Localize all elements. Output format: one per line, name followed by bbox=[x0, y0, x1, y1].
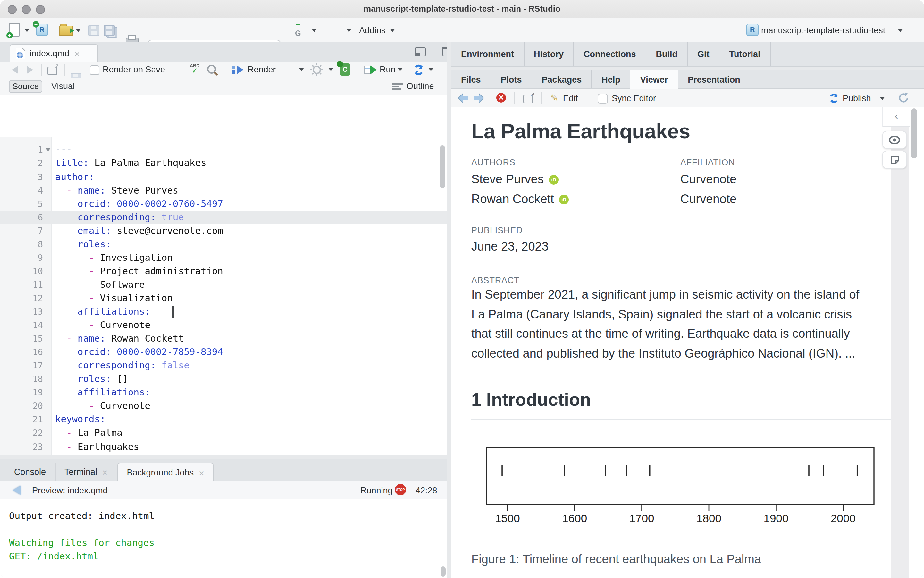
back-icon[interactable] bbox=[11, 66, 18, 74]
console-scrollbar[interactable] bbox=[441, 567, 446, 577]
open-file-icon[interactable] bbox=[59, 26, 73, 36]
settings-dropdown[interactable] bbox=[328, 68, 333, 71]
close-tab-icon[interactable]: × bbox=[75, 49, 80, 58]
tab-plots[interactable]: Plots bbox=[491, 70, 532, 88]
viewer-forward-icon[interactable] bbox=[473, 93, 484, 103]
code-line-21[interactable]: 21keywords: bbox=[0, 413, 447, 427]
tab-history[interactable]: History bbox=[524, 42, 574, 66]
source-script-icon[interactable] bbox=[413, 64, 425, 76]
code-line-13[interactable]: 13 affiliations: bbox=[0, 305, 447, 318]
code-line-18[interactable]: 18 roles: [] bbox=[0, 373, 447, 386]
stop-job-icon[interactable]: STOP bbox=[395, 484, 406, 495]
orcid-icon[interactable]: iD bbox=[549, 175, 558, 184]
code-line-4[interactable]: 4 - name: Steve Purves bbox=[0, 183, 447, 197]
fold-arrow-icon[interactable] bbox=[46, 148, 50, 151]
editor-tab-index-qmd[interactable]: index.qmd × bbox=[10, 44, 98, 62]
code-line-22[interactable]: 22 - La Palma bbox=[0, 427, 447, 440]
version-control-dropdown[interactable] bbox=[312, 29, 317, 32]
run-button[interactable]: Run bbox=[380, 65, 395, 74]
console-tab-console[interactable]: Console bbox=[5, 463, 55, 481]
render-dropdown[interactable] bbox=[299, 68, 304, 71]
source-dropdown[interactable] bbox=[428, 68, 433, 71]
close-tab-icon[interactable]: × bbox=[102, 467, 107, 477]
viewer-new-window-icon[interactable] bbox=[523, 95, 533, 103]
code-line-14[interactable]: 14 - Curvenote bbox=[0, 318, 447, 332]
insert-chunk-icon[interactable]: C + bbox=[340, 63, 350, 76]
collapse-panel-button[interactable]: ‹ bbox=[882, 107, 910, 127]
vertical-pane-divider[interactable] bbox=[447, 42, 451, 578]
viewer-clear-icon[interactable]: ✕ bbox=[496, 93, 506, 102]
viewer-edit-button[interactable]: Edit bbox=[563, 94, 578, 103]
new-project-icon[interactable]: R+ bbox=[36, 24, 48, 36]
code-line-23[interactable]: 23 - Earthquakes bbox=[0, 440, 447, 453]
code-line-19[interactable]: 19 affiliations: bbox=[0, 386, 447, 399]
comments-button[interactable] bbox=[882, 151, 907, 169]
code-line-7[interactable]: 7 email: steve@curvenote.com bbox=[0, 224, 447, 237]
code-line-9[interactable]: 9 - Investigation bbox=[0, 251, 447, 265]
tab-presentation[interactable]: Presentation bbox=[678, 70, 750, 88]
console-tab-background-jobs[interactable]: Background Jobs× bbox=[117, 463, 213, 482]
tab-viewer[interactable]: Viewer bbox=[631, 70, 678, 89]
tab-tutorial[interactable]: Tutorial bbox=[720, 42, 771, 66]
open-in-new-window-icon[interactable] bbox=[47, 67, 57, 75]
settings-gear-icon[interactable] bbox=[310, 63, 323, 76]
panes-dropdown[interactable] bbox=[346, 29, 351, 32]
project-menu[interactable]: manuscript-template-rstudio-test bbox=[761, 26, 885, 35]
publish-button[interactable]: Publish bbox=[843, 94, 871, 103]
render-on-save-checkbox[interactable] bbox=[90, 65, 99, 75]
code-line-17[interactable]: 17 corresponding: false bbox=[0, 359, 447, 372]
close-tab-icon[interactable]: × bbox=[199, 468, 204, 478]
sync-editor-checkbox[interactable] bbox=[598, 94, 608, 104]
refresh-icon[interactable] bbox=[898, 92, 909, 104]
editor-scrollbar[interactable] bbox=[440, 146, 445, 188]
tab-packages[interactable]: Packages bbox=[532, 70, 592, 88]
code-line-6[interactable]: 6 corresponding: true bbox=[0, 211, 447, 224]
new-file-dropdown[interactable] bbox=[24, 29, 29, 32]
tab-help[interactable]: Help bbox=[592, 70, 631, 88]
tab-git[interactable]: Git bbox=[688, 42, 720, 66]
code-editor[interactable]: 1---2title: La Palma Earthquakes3author:… bbox=[0, 137, 447, 486]
source-mode-button[interactable]: Source bbox=[9, 80, 42, 93]
code-line-1[interactable]: 1--- bbox=[0, 143, 447, 157]
jobs-back-icon[interactable] bbox=[13, 486, 21, 495]
editor-tabstrip: index.qmd × bbox=[0, 42, 447, 62]
highlights-button[interactable] bbox=[882, 131, 907, 149]
publish-dropdown[interactable] bbox=[880, 97, 885, 100]
version-control-icon[interactable]: +−G bbox=[295, 23, 301, 36]
code-line-11[interactable]: 11 - Software bbox=[0, 278, 447, 292]
code-line-16[interactable]: 16 orcid: 0000-0002-7859-8394 bbox=[0, 346, 447, 359]
visual-mode-button[interactable]: Visual bbox=[51, 81, 75, 91]
find-replace-icon[interactable] bbox=[207, 64, 219, 76]
orcid-icon[interactable]: iD bbox=[559, 195, 569, 204]
forward-icon[interactable] bbox=[27, 66, 33, 74]
outline-toggle[interactable]: Outline bbox=[407, 81, 434, 91]
code-line-3[interactable]: 3author: bbox=[0, 170, 447, 183]
code-line-10[interactable]: 10 - Project administration bbox=[0, 265, 447, 278]
code-line-5[interactable]: 5 orcid: 0000-0002-0760-5497 bbox=[0, 197, 447, 211]
run-dropdown[interactable] bbox=[398, 68, 403, 71]
viewer-back-icon[interactable] bbox=[458, 93, 469, 103]
viewer-scrollbar[interactable] bbox=[911, 108, 917, 158]
tab-files[interactable]: Files bbox=[451, 70, 491, 88]
spellcheck-icon[interactable]: ABC✓ bbox=[190, 64, 199, 74]
project-dropdown[interactable] bbox=[898, 29, 903, 32]
addins-menu[interactable]: Addins bbox=[359, 26, 386, 35]
render-button[interactable]: Render bbox=[247, 65, 276, 74]
open-recent-dropdown[interactable] bbox=[76, 29, 81, 32]
save-icon[interactable] bbox=[88, 25, 99, 36]
console-tab-terminal[interactable]: Terminal× bbox=[55, 463, 117, 481]
code-line-12[interactable]: 12 - Visualization bbox=[0, 292, 447, 305]
jobs-output[interactable]: Output created: index.htmlWatching files… bbox=[0, 499, 447, 578]
code-line-15[interactable]: 15 - name: Rowan Cockett bbox=[0, 332, 447, 346]
code-line-2[interactable]: 2title: La Palma Earthquakes bbox=[0, 157, 447, 170]
code-line-20[interactable]: 20 - Curvenote bbox=[0, 399, 447, 413]
code-line-8[interactable]: 8 roles: bbox=[0, 238, 447, 251]
right-pane-divider[interactable] bbox=[451, 67, 924, 70]
minimize-pane-icon[interactable] bbox=[415, 47, 426, 57]
tab-environment[interactable]: Environment bbox=[451, 42, 524, 66]
tab-build[interactable]: Build bbox=[646, 42, 688, 66]
new-file-icon[interactable]: + bbox=[9, 23, 20, 37]
tab-connections[interactable]: Connections bbox=[574, 42, 646, 66]
addins-dropdown[interactable] bbox=[390, 29, 395, 32]
horizontal-pane-divider[interactable] bbox=[0, 455, 447, 459]
